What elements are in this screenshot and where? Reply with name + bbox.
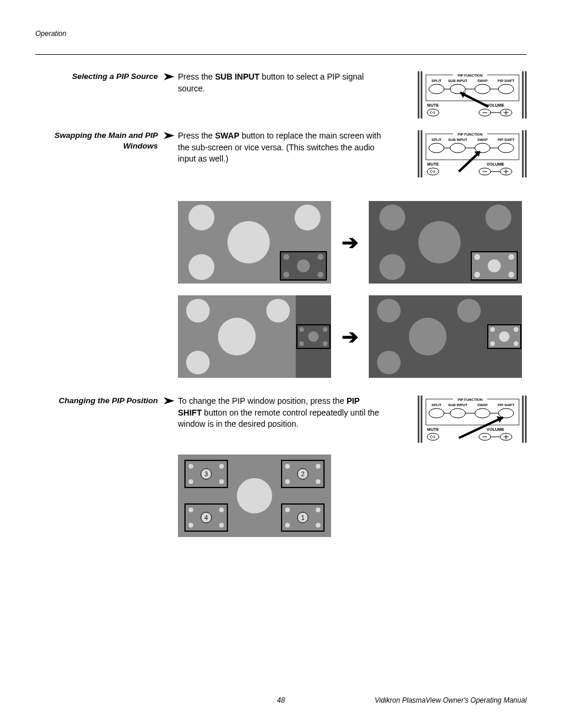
svg-point-62 bbox=[283, 272, 289, 278]
svg-text:VOLUME: VOLUME bbox=[487, 427, 504, 431]
svg-point-42 bbox=[475, 143, 490, 153]
manual-title: Vidikron PlasmaView Owner's Operating Ma… bbox=[375, 696, 527, 704]
svg-rect-101 bbox=[419, 396, 421, 443]
svg-point-113 bbox=[450, 409, 465, 418]
svg-point-86 bbox=[323, 341, 328, 346]
svg-text:SWAP: SWAP bbox=[477, 138, 488, 141]
svg-text:SWAP: SWAP bbox=[477, 79, 488, 83]
svg-point-130 bbox=[189, 464, 193, 469]
svg-text:SPLIT: SPLIT bbox=[431, 138, 441, 141]
svg-point-63 bbox=[318, 272, 323, 278]
txt: button on the remote control repeatedly … bbox=[178, 408, 379, 429]
svg-text:VOLUME: VOLUME bbox=[487, 103, 504, 107]
svg-point-99 bbox=[499, 331, 510, 342]
svg-point-145 bbox=[219, 508, 224, 512]
svg-point-11 bbox=[429, 84, 444, 94]
svg-point-64 bbox=[297, 259, 310, 272]
svg-point-67 bbox=[485, 205, 511, 230]
page-footer: 48 Vidikron PlasmaView Owner's Operating… bbox=[35, 696, 527, 704]
svg-text:PIP SHIFT: PIP SHIFT bbox=[498, 138, 515, 141]
arrow-right-icon: ➔ bbox=[342, 325, 358, 348]
pip-after-inline bbox=[369, 201, 522, 284]
svg-text:SUB INPUT: SUB INPUT bbox=[448, 138, 468, 141]
svg-point-85 bbox=[299, 341, 304, 346]
svg-point-146 bbox=[189, 523, 193, 528]
svg-text:PIP FUNCTION: PIP FUNCTION bbox=[458, 133, 482, 136]
svg-text:1: 1 bbox=[301, 515, 305, 521]
txt-bold: SWAP bbox=[215, 131, 239, 140]
svg-point-151 bbox=[285, 508, 290, 512]
svg-text:SWAP: SWAP bbox=[477, 403, 488, 407]
svg-point-55 bbox=[189, 205, 214, 230]
svg-point-15 bbox=[475, 84, 490, 94]
diagram-swap-split: ➔ bbox=[178, 295, 527, 378]
svg-text:4: 4 bbox=[204, 515, 208, 521]
svg-point-96 bbox=[514, 327, 518, 332]
page-number: 48 bbox=[277, 696, 285, 704]
svg-point-147 bbox=[219, 523, 224, 528]
svg-point-87 bbox=[308, 331, 319, 342]
svg-text:MUTE: MUTE bbox=[427, 162, 439, 166]
svg-point-133 bbox=[219, 479, 224, 484]
svg-text:VOLUME: VOLUME bbox=[487, 162, 504, 166]
row-pip-position: Changing the PIP Position To change the … bbox=[35, 396, 527, 443]
row-select-pip-source: Selecting a PIP Source Press the SUB INP… bbox=[35, 71, 527, 118]
svg-point-90 bbox=[457, 299, 481, 322]
svg-point-71 bbox=[474, 254, 480, 260]
svg-point-137 bbox=[285, 464, 290, 469]
svg-point-128 bbox=[237, 478, 272, 513]
svg-point-78 bbox=[266, 299, 290, 322]
heading-swap: Swapping the Main and PIP Windows bbox=[35, 130, 164, 177]
txt: To change the PIP window position, press… bbox=[178, 396, 346, 406]
svg-text:PIP SHIFT: PIP SHIFT bbox=[498, 79, 515, 83]
svg-point-98 bbox=[514, 341, 518, 346]
arrowhead-icon bbox=[164, 71, 178, 118]
svg-point-115 bbox=[475, 409, 490, 418]
svg-text:MUTE: MUTE bbox=[427, 427, 439, 431]
svg-point-77 bbox=[186, 299, 210, 322]
split-before bbox=[178, 295, 331, 378]
svg-rect-30 bbox=[524, 130, 525, 177]
svg-point-72 bbox=[508, 254, 514, 260]
svg-point-38 bbox=[429, 143, 444, 153]
svg-point-75 bbox=[488, 259, 501, 272]
svg-point-92 bbox=[409, 318, 447, 355]
diagram-pip-positions: 3 2 4 1 bbox=[178, 454, 527, 537]
svg-point-74 bbox=[508, 272, 514, 278]
body-select-pip: Press the SUB INPUT button to select a P… bbox=[178, 71, 390, 118]
svg-text:PIP SHIFT: PIP SHIFT bbox=[498, 403, 515, 407]
body-pip-position: To change the PIP window position, press… bbox=[178, 396, 390, 443]
arrowhead-icon bbox=[164, 130, 178, 177]
remote-panel-subinput: PIP FUNCTION SPLIT SUB INPUT SWAP PIP SH… bbox=[418, 71, 527, 118]
svg-point-138 bbox=[316, 464, 320, 469]
svg-point-144 bbox=[189, 508, 193, 512]
svg-point-40 bbox=[450, 143, 465, 153]
txt: Press the bbox=[178, 72, 215, 81]
svg-text:PIP FUNCTION: PIP FUNCTION bbox=[458, 398, 482, 401]
remote-panel-swap: PIP FUNCTION SPLIT SUB INPUT SWAP PIP SH… bbox=[418, 130, 527, 177]
svg-point-97 bbox=[490, 341, 495, 346]
txt-bold: SUB INPUT bbox=[215, 72, 259, 81]
svg-text:SUB INPUT: SUB INPUT bbox=[448, 79, 468, 83]
svg-point-66 bbox=[379, 205, 405, 230]
svg-point-57 bbox=[189, 254, 214, 280]
svg-point-84 bbox=[323, 327, 328, 332]
svg-text:3: 3 bbox=[204, 471, 208, 477]
svg-rect-103 bbox=[524, 396, 525, 443]
svg-point-68 bbox=[379, 254, 405, 280]
diagram-swap-inline: ➔ bbox=[178, 201, 527, 284]
svg-point-111 bbox=[429, 409, 444, 418]
svg-point-69 bbox=[418, 221, 461, 263]
svg-point-117 bbox=[498, 409, 514, 418]
svg-point-132 bbox=[189, 479, 193, 484]
svg-point-58 bbox=[227, 221, 270, 263]
svg-point-89 bbox=[377, 299, 401, 322]
heading-select-pip: Selecting a PIP Source bbox=[35, 71, 164, 118]
svg-point-73 bbox=[474, 272, 480, 278]
svg-point-13 bbox=[450, 84, 465, 94]
svg-point-153 bbox=[285, 523, 290, 528]
arrowhead-icon bbox=[164, 396, 178, 443]
svg-point-139 bbox=[285, 479, 290, 484]
svg-point-152 bbox=[316, 508, 320, 512]
svg-point-95 bbox=[490, 327, 495, 332]
